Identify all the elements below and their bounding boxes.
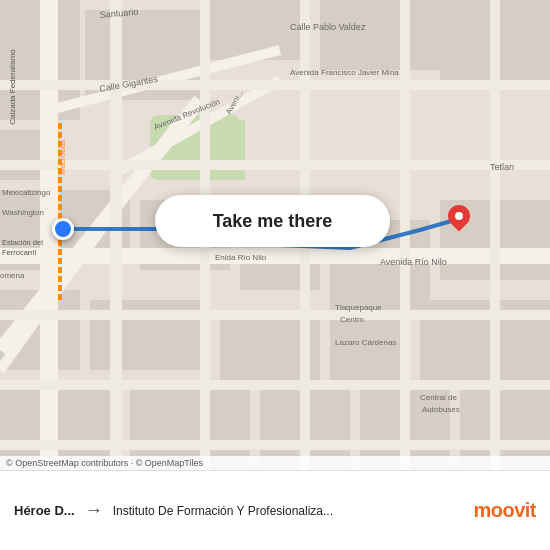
svg-rect-4	[320, 0, 440, 70]
svg-rect-28	[0, 248, 550, 264]
origin-marker	[52, 218, 74, 240]
moovit-text: moovit	[473, 499, 536, 522]
svg-rect-37	[0, 160, 550, 170]
svg-rect-8	[0, 130, 60, 180]
svg-rect-15	[0, 290, 80, 370]
map-container: Santuario Calzada Federalismo Calle Giga…	[0, 0, 550, 470]
svg-text:Calzada Federalismo: Calzada Federalismo	[8, 49, 17, 125]
from-label: Héroe D...	[14, 503, 75, 518]
svg-line-27	[0, 120, 180, 370]
svg-text:Aveni...: Aveni...	[224, 89, 245, 116]
moovit-logo: moovit	[473, 499, 536, 522]
svg-rect-34	[400, 0, 410, 470]
svg-text:Autobuses: Autobuses	[422, 405, 460, 414]
svg-text:Centro: Centro	[340, 315, 365, 324]
svg-rect-2	[85, 10, 205, 100]
svg-text:Avenida Revolución: Avenida Revolución	[152, 97, 221, 132]
svg-text:Tlaquepaque: Tlaquepaque	[335, 303, 382, 312]
svg-line-30	[120, 80, 280, 170]
svg-text:Estación del: Estación del	[2, 238, 43, 247]
svg-rect-39	[0, 380, 550, 390]
svg-rect-16	[90, 300, 210, 370]
svg-rect-19	[420, 300, 550, 390]
bottom-bar: Héroe D... → Instituto De Formación Y Pr…	[0, 470, 550, 550]
svg-rect-24	[460, 370, 550, 470]
svg-text:Calle Gigantes: Calle Gigantes	[99, 74, 159, 94]
svg-text:Avenida Río Nilo: Avenida Río Nilo	[380, 257, 447, 267]
svg-text:Lazaro Cárdenas: Lazaro Cárdenas	[335, 338, 396, 347]
svg-text:Macrobus: Macrobus	[58, 140, 67, 175]
svg-text:Tetlan: Tetlan	[490, 162, 514, 172]
svg-rect-36	[0, 80, 550, 90]
svg-rect-3	[210, 0, 310, 60]
svg-rect-7	[150, 115, 240, 180]
svg-text:Mexicaltzingo: Mexicaltzingo	[2, 188, 51, 197]
map-attribution: © OpenStreetMap contributors · © OpenMap…	[0, 456, 550, 470]
svg-text:Ferrocarril: Ferrocarril	[2, 248, 37, 257]
svg-rect-5	[440, 0, 550, 80]
arrow-icon: →	[85, 500, 103, 521]
svg-rect-17	[220, 310, 320, 390]
svg-text:Enida Río Nilo: Enida Río Nilo	[215, 253, 267, 262]
svg-rect-31	[110, 0, 122, 470]
svg-text:Calle Pablo Valdez: Calle Pablo Valdez	[290, 22, 366, 32]
svg-rect-18	[330, 320, 410, 390]
take-me-there-label: Take me there	[213, 211, 333, 232]
svg-line-29	[50, 50, 280, 110]
svg-rect-9	[0, 190, 50, 270]
svg-text:Washington: Washington	[2, 208, 44, 217]
svg-text:omena: omena	[0, 271, 25, 280]
svg-rect-40	[0, 440, 550, 450]
take-me-there-button[interactable]: Take me there	[155, 195, 390, 247]
svg-text:Avenida Francisco Javier Mina: Avenida Francisco Javier Mina	[290, 68, 399, 77]
svg-rect-38	[0, 310, 550, 320]
destination-marker	[448, 205, 470, 227]
svg-text:Central de: Central de	[420, 393, 457, 402]
svg-rect-6	[165, 120, 245, 180]
svg-rect-35	[490, 0, 500, 470]
svg-text:Santuario: Santuario	[99, 7, 138, 20]
svg-rect-1	[0, 0, 80, 120]
to-label: Instituto De Formación Y Profesionaliza.…	[113, 504, 466, 518]
